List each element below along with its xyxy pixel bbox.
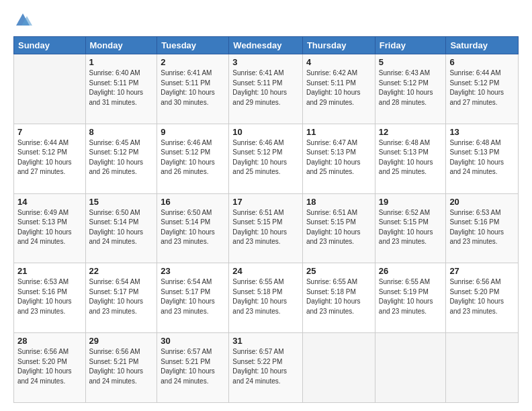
calendar-table: SundayMondayTuesdayWednesdayThursdayFrid… bbox=[13, 36, 519, 403]
week-row-4: 21Sunrise: 6:53 AM Sunset: 5:16 PM Dayli… bbox=[14, 263, 519, 333]
calendar-cell bbox=[14, 54, 86, 124]
day-number: 28 bbox=[17, 336, 82, 346]
day-info: Sunrise: 6:41 AM Sunset: 5:11 PM Dayligh… bbox=[161, 68, 225, 107]
calendar-cell: 24Sunrise: 6:55 AM Sunset: 5:18 PM Dayli… bbox=[229, 263, 303, 333]
calendar-cell: 20Sunrise: 6:53 AM Sunset: 5:16 PM Dayli… bbox=[446, 193, 519, 263]
day-info: Sunrise: 6:50 AM Sunset: 5:14 PM Dayligh… bbox=[89, 208, 154, 247]
day-info: Sunrise: 6:44 AM Sunset: 5:12 PM Dayligh… bbox=[17, 138, 82, 177]
calendar-cell: 23Sunrise: 6:54 AM Sunset: 5:17 PM Dayli… bbox=[157, 263, 229, 333]
calendar-cell: 1Sunrise: 6:40 AM Sunset: 5:11 PM Daylig… bbox=[85, 54, 157, 124]
day-info: Sunrise: 6:56 AM Sunset: 5:20 PM Dayligh… bbox=[17, 347, 82, 386]
week-row-5: 28Sunrise: 6:56 AM Sunset: 5:20 PM Dayli… bbox=[14, 333, 519, 403]
week-row-2: 7Sunrise: 6:44 AM Sunset: 5:12 PM Daylig… bbox=[14, 124, 519, 193]
calendar-cell: 3Sunrise: 6:41 AM Sunset: 5:11 PM Daylig… bbox=[229, 54, 303, 124]
day-info: Sunrise: 6:50 AM Sunset: 5:14 PM Dayligh… bbox=[161, 208, 225, 247]
day-info: Sunrise: 6:56 AM Sunset: 5:21 PM Dayligh… bbox=[89, 347, 154, 386]
calendar-cell: 13Sunrise: 6:48 AM Sunset: 5:13 PM Dayli… bbox=[446, 124, 519, 193]
day-number: 22 bbox=[89, 266, 154, 276]
logo bbox=[13, 11, 35, 30]
day-info: Sunrise: 6:55 AM Sunset: 5:19 PM Dayligh… bbox=[379, 277, 443, 316]
weekday-header-sunday: Sunday bbox=[14, 37, 86, 54]
day-number: 14 bbox=[17, 197, 82, 207]
day-info: Sunrise: 6:55 AM Sunset: 5:18 PM Dayligh… bbox=[306, 277, 371, 316]
day-number: 3 bbox=[232, 57, 299, 67]
week-row-3: 14Sunrise: 6:49 AM Sunset: 5:13 PM Dayli… bbox=[14, 193, 519, 263]
day-info: Sunrise: 6:44 AM Sunset: 5:12 PM Dayligh… bbox=[449, 68, 515, 107]
day-info: Sunrise: 6:53 AM Sunset: 5:16 PM Dayligh… bbox=[17, 277, 82, 316]
weekday-header-monday: Monday bbox=[85, 37, 157, 54]
day-info: Sunrise: 6:53 AM Sunset: 5:16 PM Dayligh… bbox=[449, 208, 515, 247]
day-number: 18 bbox=[306, 197, 371, 207]
day-info: Sunrise: 6:46 AM Sunset: 5:12 PM Dayligh… bbox=[232, 138, 299, 177]
calendar-cell: 21Sunrise: 6:53 AM Sunset: 5:16 PM Dayli… bbox=[14, 263, 86, 333]
calendar-cell: 22Sunrise: 6:54 AM Sunset: 5:17 PM Dayli… bbox=[85, 263, 157, 333]
day-number: 13 bbox=[449, 127, 515, 137]
day-info: Sunrise: 6:56 AM Sunset: 5:20 PM Dayligh… bbox=[449, 277, 515, 316]
day-number: 30 bbox=[161, 336, 225, 346]
day-number: 17 bbox=[232, 197, 299, 207]
calendar-cell: 2Sunrise: 6:41 AM Sunset: 5:11 PM Daylig… bbox=[157, 54, 229, 124]
calendar-cell: 30Sunrise: 6:57 AM Sunset: 5:21 PM Dayli… bbox=[157, 333, 229, 403]
week-row-1: 1Sunrise: 6:40 AM Sunset: 5:11 PM Daylig… bbox=[14, 54, 519, 124]
calendar-cell: 7Sunrise: 6:44 AM Sunset: 5:12 PM Daylig… bbox=[14, 124, 86, 193]
weekday-header-friday: Friday bbox=[375, 37, 446, 54]
day-info: Sunrise: 6:43 AM Sunset: 5:12 PM Dayligh… bbox=[379, 68, 443, 107]
weekday-header-wednesday: Wednesday bbox=[229, 37, 303, 54]
calendar-cell: 27Sunrise: 6:56 AM Sunset: 5:20 PM Dayli… bbox=[446, 263, 519, 333]
calendar-cell bbox=[375, 333, 446, 403]
day-number: 5 bbox=[379, 57, 443, 67]
calendar-cell: 14Sunrise: 6:49 AM Sunset: 5:13 PM Dayli… bbox=[14, 193, 86, 263]
weekday-header-thursday: Thursday bbox=[302, 37, 375, 54]
day-number: 15 bbox=[89, 197, 154, 207]
day-info: Sunrise: 6:42 AM Sunset: 5:11 PM Dayligh… bbox=[306, 68, 371, 107]
calendar-cell: 25Sunrise: 6:55 AM Sunset: 5:18 PM Dayli… bbox=[302, 263, 375, 333]
day-info: Sunrise: 6:46 AM Sunset: 5:12 PM Dayligh… bbox=[161, 138, 225, 177]
day-info: Sunrise: 6:48 AM Sunset: 5:13 PM Dayligh… bbox=[449, 138, 515, 177]
day-number: 10 bbox=[232, 127, 299, 137]
calendar-cell bbox=[446, 333, 519, 403]
calendar-cell: 5Sunrise: 6:43 AM Sunset: 5:12 PM Daylig… bbox=[375, 54, 446, 124]
day-number: 8 bbox=[89, 127, 154, 137]
day-number: 9 bbox=[161, 127, 225, 137]
calendar-cell: 4Sunrise: 6:42 AM Sunset: 5:11 PM Daylig… bbox=[302, 54, 375, 124]
day-number: 2 bbox=[161, 57, 225, 67]
day-number: 16 bbox=[161, 197, 225, 207]
header bbox=[13, 11, 519, 30]
calendar-cell: 28Sunrise: 6:56 AM Sunset: 5:20 PM Dayli… bbox=[14, 333, 86, 403]
calendar-cell: 10Sunrise: 6:46 AM Sunset: 5:12 PM Dayli… bbox=[229, 124, 303, 193]
day-info: Sunrise: 6:48 AM Sunset: 5:13 PM Dayligh… bbox=[379, 138, 443, 177]
calendar-cell: 18Sunrise: 6:51 AM Sunset: 5:15 PM Dayli… bbox=[302, 193, 375, 263]
day-number: 27 bbox=[449, 266, 515, 276]
calendar-cell: 9Sunrise: 6:46 AM Sunset: 5:12 PM Daylig… bbox=[157, 124, 229, 193]
day-number: 12 bbox=[379, 127, 443, 137]
day-number: 23 bbox=[161, 266, 225, 276]
day-number: 19 bbox=[379, 197, 443, 207]
day-info: Sunrise: 6:51 AM Sunset: 5:15 PM Dayligh… bbox=[306, 208, 371, 247]
day-number: 6 bbox=[449, 57, 515, 67]
calendar-cell: 15Sunrise: 6:50 AM Sunset: 5:14 PM Dayli… bbox=[85, 193, 157, 263]
calendar-cell: 29Sunrise: 6:56 AM Sunset: 5:21 PM Dayli… bbox=[85, 333, 157, 403]
calendar-cell: 12Sunrise: 6:48 AM Sunset: 5:13 PM Dayli… bbox=[375, 124, 446, 193]
calendar-cell: 11Sunrise: 6:47 AM Sunset: 5:13 PM Dayli… bbox=[302, 124, 375, 193]
calendar-cell: 17Sunrise: 6:51 AM Sunset: 5:15 PM Dayli… bbox=[229, 193, 303, 263]
day-number: 20 bbox=[449, 197, 515, 207]
day-number: 25 bbox=[306, 266, 371, 276]
calendar-cell bbox=[302, 333, 375, 403]
day-info: Sunrise: 6:41 AM Sunset: 5:11 PM Dayligh… bbox=[232, 68, 299, 107]
calendar-cell: 19Sunrise: 6:52 AM Sunset: 5:15 PM Dayli… bbox=[375, 193, 446, 263]
day-info: Sunrise: 6:57 AM Sunset: 5:22 PM Dayligh… bbox=[232, 347, 299, 386]
day-info: Sunrise: 6:40 AM Sunset: 5:11 PM Dayligh… bbox=[89, 68, 154, 107]
day-info: Sunrise: 6:54 AM Sunset: 5:17 PM Dayligh… bbox=[89, 277, 154, 316]
calendar-cell: 16Sunrise: 6:50 AM Sunset: 5:14 PM Dayli… bbox=[157, 193, 229, 263]
day-number: 4 bbox=[306, 57, 371, 67]
day-number: 31 bbox=[232, 336, 299, 346]
day-info: Sunrise: 6:55 AM Sunset: 5:18 PM Dayligh… bbox=[232, 277, 299, 316]
weekday-header-saturday: Saturday bbox=[446, 37, 519, 54]
day-info: Sunrise: 6:54 AM Sunset: 5:17 PM Dayligh… bbox=[161, 277, 225, 316]
day-info: Sunrise: 6:51 AM Sunset: 5:15 PM Dayligh… bbox=[232, 208, 299, 247]
calendar-cell: 8Sunrise: 6:45 AM Sunset: 5:12 PM Daylig… bbox=[85, 124, 157, 193]
day-number: 1 bbox=[89, 57, 154, 67]
weekday-header-row: SundayMondayTuesdayWednesdayThursdayFrid… bbox=[14, 37, 519, 54]
day-info: Sunrise: 6:47 AM Sunset: 5:13 PM Dayligh… bbox=[306, 138, 371, 177]
day-number: 26 bbox=[379, 266, 443, 276]
